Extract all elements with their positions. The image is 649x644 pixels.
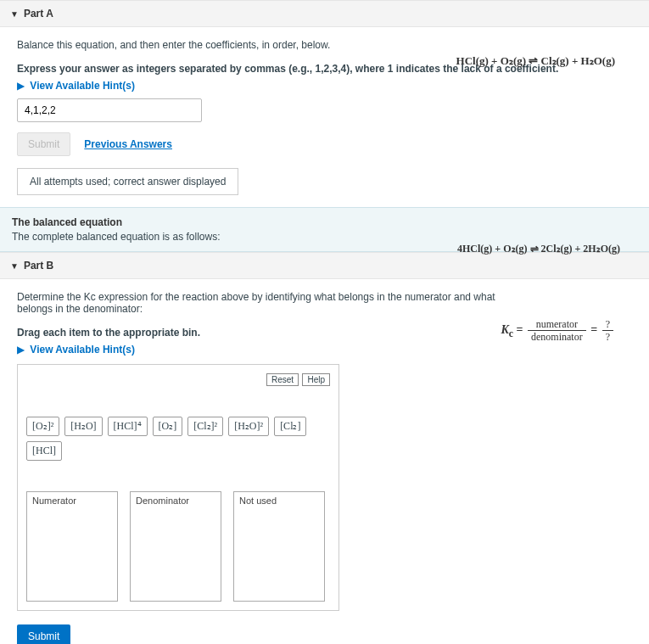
kc-frac-den-word: denominator <box>528 331 586 343</box>
tile[interactable]: [H₂O] <box>64 417 102 436</box>
caret-right-icon: ▶ <box>17 80 25 92</box>
not-used-bin[interactable]: Not used <box>233 491 325 602</box>
hints-toggle-b[interactable]: ▶ View Available Hint(s) <box>17 344 632 356</box>
kc-expression: Kc = numerator denominator = ? ? <box>501 318 615 344</box>
part-b-body: Determine the Kc expression for the reac… <box>0 279 649 644</box>
caret-down-icon: ▼ <box>10 261 19 271</box>
view-hints-label-b: View Available Hint(s) <box>30 344 135 356</box>
tile[interactable]: [Cl₂]² <box>187 417 223 436</box>
kc-sub: c <box>509 328 513 339</box>
kc-frac-num-q: ? <box>602 318 613 331</box>
hints-toggle-a[interactable]: ▶ View Available Hint(s) <box>17 80 632 92</box>
kc-k: K <box>501 323 509 336</box>
previous-answers-link[interactable]: Previous Answers <box>84 138 172 150</box>
tile[interactable]: [O₂]² <box>26 417 59 436</box>
kc-frac-words: numerator denominator <box>528 318 586 344</box>
balanced-equation: 4HCl(g) + O₂(g) ⇌ 2Cl₂(g) + 2H₂O(g) <box>457 243 620 255</box>
tile[interactable]: [O₂] <box>153 417 183 436</box>
help-button[interactable]: Help <box>302 373 330 386</box>
answer-input-a[interactable] <box>17 98 202 122</box>
balanced-title: The balanced equation <box>12 216 637 228</box>
drag-tools: Reset Help <box>26 373 330 386</box>
part-a-instruction: Balance this equation, and then enter th… <box>17 39 632 51</box>
part-a-title: Part A <box>24 8 53 20</box>
tile[interactable]: [HCl]⁴ <box>108 417 148 436</box>
balanced-subtitle: The complete balanced equation is as fol… <box>12 231 637 243</box>
numerator-bin-label: Numerator <box>27 492 117 509</box>
part-b-instruction: Determine the Kc expression for the reac… <box>17 291 518 315</box>
caret-right-icon: ▶ <box>17 344 25 356</box>
part-a-header[interactable]: ▼ Part A <box>0 0 649 27</box>
balanced-equation-section: The balanced equation The complete balan… <box>0 207 649 252</box>
part-a-body: Balance this equation, and then enter th… <box>0 27 649 207</box>
reset-button[interactable]: Reset <box>266 373 299 386</box>
not-used-bin-label: Not used <box>234 492 324 509</box>
kc-frac-num-word: numerator <box>528 318 586 331</box>
kc-frac-q: ? ? <box>602 318 613 344</box>
part-a-equation: HCl(g) + O₂(g) ⇌ Cl₂(g) + H₂O(g) <box>456 54 615 68</box>
submit-button-a: Submit <box>17 132 70 156</box>
bins-row: Numerator Denominator Not used <box>26 491 330 602</box>
submit-row-a: Submit Previous Answers <box>17 132 632 156</box>
feedback-message: All attempts used; correct answer displa… <box>17 168 238 195</box>
tile[interactable]: [HCl] <box>26 441 62 461</box>
kc-eq1: = <box>517 323 523 336</box>
tile[interactable]: [H₂O]² <box>228 417 269 436</box>
drag-drop-area: Reset Help [O₂]² [H₂O] [HCl]⁴ [O₂] [Cl₂]… <box>17 364 339 611</box>
part-b-header[interactable]: ▼ Part B <box>0 252 649 279</box>
caret-down-icon: ▼ <box>10 9 19 19</box>
kc-eq2: = <box>590 323 597 336</box>
view-hints-label: View Available Hint(s) <box>30 80 135 92</box>
tiles-row: [O₂]² [H₂O] [HCl]⁴ [O₂] [Cl₂]² [H₂O]² [C… <box>26 417 330 461</box>
tile[interactable]: [Cl₂] <box>274 417 306 436</box>
denominator-bin-label: Denominator <box>131 492 221 509</box>
part-b-title: Part B <box>24 260 53 272</box>
numerator-bin[interactable]: Numerator <box>26 491 118 602</box>
submit-button-b[interactable]: Submit <box>17 624 70 644</box>
kc-frac-den-q: ? <box>602 331 613 343</box>
denominator-bin[interactable]: Denominator <box>130 491 221 602</box>
